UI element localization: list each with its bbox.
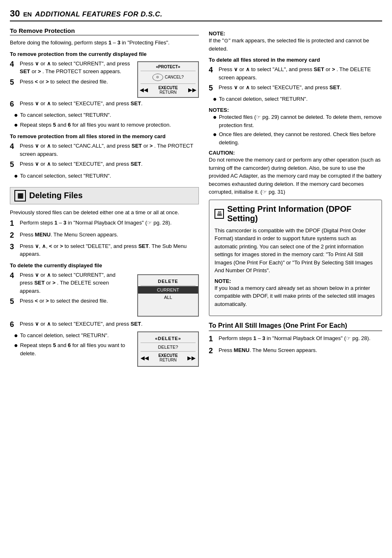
protect-screen: «PROTECT» ⊙ CANCEL? ◀◀ EXECUTE RETURN ▶▶ <box>137 61 199 98</box>
step-4b: 4 Press ∨ or ∧ to select "CANC.ALL", and… <box>10 142 199 158</box>
notes-bullet-2: ● Once files are deleted, they cannot be… <box>213 130 382 146</box>
delete-icon-box: ▦ <box>14 190 26 201</box>
step-4a: 4 Press ∨ or ∧ to select "CURRENT", and … <box>10 60 133 76</box>
print-step-1: 1 Perform steps 1 – 3 in "Normal Playbac… <box>209 334 382 344</box>
print-all-title: To Print All Still Images (One Print For… <box>209 322 382 331</box>
dpof-title-line: 🖶 Setting Print Information (DPOF Settin… <box>214 204 376 223</box>
deleting-files-header: ▦ Deleting Files <box>10 187 199 204</box>
note-1-text: If the "⊙" mark appears, the selected fi… <box>209 37 382 53</box>
delete-menu-screen: DELETE CURRENT ALL <box>137 274 199 317</box>
caution-block: CAUTION: Do not remove the memory card o… <box>209 150 382 196</box>
dpof-note-label: NOTE: <box>214 278 376 284</box>
del-step-4d: 4 Press ∨ or ∧ to select "ALL", and pres… <box>209 65 382 81</box>
dpof-icon: 🖶 <box>214 209 224 219</box>
del-execute-area: ● To cancel deletion, select "RETURN". ●… <box>10 331 199 367</box>
remove-protection-title: To Remove Protection <box>10 27 199 35</box>
delete-confirm-text: DELETE? <box>138 343 198 351</box>
step-5b: 5 Press ∨ or ∧ to select "EXECUTE", and … <box>10 160 199 169</box>
deleting-intro: Previously stored files can be deleted e… <box>10 208 199 217</box>
page-header: 30 EN ADDITIONAL FEATURES FOR D.S.C. <box>10 8 382 21</box>
del-left-arrow: ◀◀ <box>141 355 149 361</box>
bullet-1d: ● To cancel deletion, select "RETURN". <box>213 95 382 104</box>
notes-2-label: NOTES: <box>209 107 382 113</box>
execute-text: EXECUTE <box>158 86 178 90</box>
left-column: To Remove Protection Before doing the fo… <box>10 27 199 367</box>
delete-execute-screen: «DELETE» DELETE? ◀◀ EXECUTE RETURN ▶▶ <box>137 331 199 367</box>
delete-execute-title: «DELETE» <box>138 335 198 342</box>
step-6a: 6 Press ∨ or ∧ to select "EXECUTE", and … <box>10 100 199 109</box>
del-return-label: RETURN <box>158 358 178 362</box>
del-execute-label: EXECUTE <box>158 353 178 358</box>
remove-currently-title: To remove protection from the currently … <box>10 51 199 57</box>
print-step-2: 2 Press MENU. The Menu Screen appears. <box>209 346 382 356</box>
note-1: NOTE: If the "⊙" mark appears, the selec… <box>209 30 382 53</box>
protect-execute-label: EXECUTE RETURN <box>158 86 178 95</box>
del-current-title: To delete the currently displayed file <box>10 262 199 269</box>
bullet-2a: ● Repeat steps 5 and 6 for all files you… <box>14 121 199 130</box>
del-right-arrow: ▶▶ <box>187 355 196 361</box>
delete-all-item: ALL <box>138 294 198 301</box>
caution-text: Do not remove the memory card or perform… <box>209 156 382 196</box>
delete-current-item: CURRENT <box>138 286 198 294</box>
protect-left-arrow: ◀◀ <box>140 87 148 93</box>
bullet-2c: ● Repeat steps 5 and 6 for all files you… <box>14 341 133 357</box>
bullet-1c: ● To cancel deletion, select "RETURN". <box>14 331 133 340</box>
right-column: NOTE: If the "⊙" mark appears, the selec… <box>209 27 382 367</box>
dpof-note-text: If you load a memory card already set as… <box>214 284 376 308</box>
page-number: 30 <box>10 8 20 19</box>
del-bullets: ● To cancel deletion, select "RETURN". ●… <box>10 331 133 359</box>
dpof-intro: This camcorder is compatible with the DP… <box>214 227 376 275</box>
note-1-label: NOTE: <box>209 30 382 37</box>
notes-bullet-1-text: Protected files (☞ pg. 29) cannot be del… <box>219 113 382 129</box>
protect-execute-row: ◀◀ EXECUTE RETURN ▶▶ <box>138 85 198 95</box>
remove-protection-section: To Remove Protection Before doing the fo… <box>10 27 199 181</box>
notes-2: NOTES: ● Protected files (☞ pg. 29) cann… <box>209 107 382 146</box>
del-step-5c: 5 Press < or > to select the desired fil… <box>10 297 129 306</box>
step-5a: 5 Press < or > to select the desired fil… <box>10 78 133 87</box>
del-step-5d: 5 Press ∨ or ∧ to select "EXECUTE", and … <box>209 83 382 93</box>
dpof-title: Setting Print Information (DPOF Setting) <box>227 204 376 223</box>
del-step-4c: 4 Press ∨ or ∧ to select "CURRENT", and … <box>10 271 129 295</box>
delete-all-title: To delete all files stored in the memory… <box>209 57 382 63</box>
protect-right-arrow: ▶▶ <box>188 87 196 93</box>
remove-protection-intro: Before doing the following, perform step… <box>10 39 199 47</box>
remove-all-title: To remove protection from all files stor… <box>10 133 199 139</box>
caution-label: CAUTION: <box>209 150 382 156</box>
notes-bullet-1: ● Protected files (☞ pg. 29) cannot be d… <box>213 113 382 129</box>
del-step-1: 1 Perform steps 1 – 3 in "Normal Playbac… <box>10 219 199 228</box>
page-lang: EN <box>23 11 32 18</box>
cancel-label: CANCEL? <box>165 75 184 79</box>
cancel-icon: ⊙ <box>152 74 163 81</box>
notes-bullet-2-text: Once files are deleted, they cannot be r… <box>219 130 382 146</box>
page-title: ADDITIONAL FEATURES FOR D.S.C. <box>35 10 162 19</box>
bullet-1a: ● To cancel selection, select "RETURN". <box>14 111 199 120</box>
return-text: RETURN <box>158 90 178 95</box>
remove-current-steps: «PROTECT» ⊙ CANCEL? ◀◀ EXECUTE RETURN ▶▶ <box>10 60 199 100</box>
protect-cancel-row: ⊙ CANCEL? <box>138 72 198 83</box>
del-step-3: 3 Press ∨, ∧, < or > to select "DELETE",… <box>10 242 199 258</box>
deleting-files-title: Deleting Files <box>29 191 83 200</box>
dpof-note: NOTE: If you load a memory card already … <box>214 278 376 308</box>
del-exec-row: ◀◀ EXECUTE RETURN ▶▶ <box>138 352 198 364</box>
delete-menu-title: DELETE <box>138 278 198 285</box>
bullet-1b: ● To cancel selection, select "RETURN". <box>14 172 199 181</box>
del-step-6c: 6 Press ∨ or ∧ to select "EXECUTE", and … <box>10 320 199 329</box>
delete-spacer <box>138 301 198 313</box>
del-current-steps: DELETE CURRENT ALL 4 Press ∨ or ∧ to sel… <box>10 271 199 320</box>
dpof-section: 🖶 Setting Print Information (DPOF Settin… <box>209 199 382 317</box>
main-content: To Remove Protection Before doing the fo… <box>10 27 382 367</box>
del-exec-labels: EXECUTE RETURN <box>158 353 178 362</box>
del-step-2: 2 Press MENU. The Menu Screen appears. <box>10 231 199 240</box>
protect-screen-title: «PROTECT» <box>138 64 198 70</box>
